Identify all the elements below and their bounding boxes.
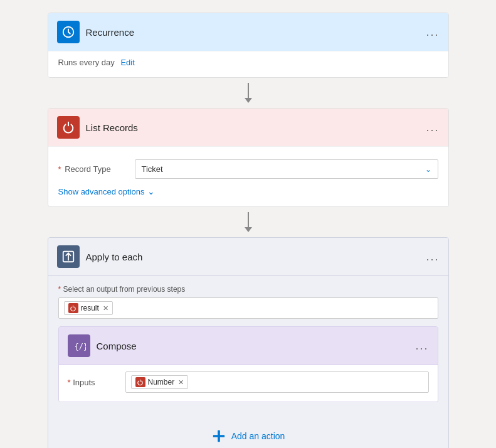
compose-title: Compose xyxy=(97,341,409,351)
number-token-label: Number xyxy=(148,378,175,387)
list-records-header: List Records ... xyxy=(48,109,448,146)
power-icon xyxy=(61,120,75,134)
record-type-row: * Record Type Ticket ⌄ xyxy=(58,159,438,179)
result-token-label: result xyxy=(81,304,99,312)
compose-icon: {/} xyxy=(68,334,90,357)
number-token-icon xyxy=(135,377,145,387)
compose-svg-icon: {/} xyxy=(72,339,86,353)
add-action-label: Add an action xyxy=(231,431,285,441)
add-action-container: Add an action xyxy=(58,412,438,448)
recurrence-icon xyxy=(57,21,80,43)
list-records-card: List Records ... * Record Type Ticket ⌄ … xyxy=(48,108,449,207)
recurrence-header: Recurrence ... xyxy=(48,13,448,51)
compose-body: * Inputs Number ✕ xyxy=(59,365,438,402)
recurrence-card: Recurrence ... Runs every day Edit xyxy=(48,13,449,78)
result-token-close[interactable]: ✕ xyxy=(103,304,108,312)
chevron-advanced-icon: ⌄ xyxy=(147,186,155,196)
compose-header: {/} Compose ... xyxy=(59,327,438,365)
show-advanced-options[interactable]: Show advanced options ⌄ xyxy=(58,186,155,196)
apply-each-body: * Select an output from previous steps r… xyxy=(48,276,448,448)
list-records-body: * Record Type Ticket ⌄ Show advanced opt… xyxy=(48,146,448,206)
record-type-label: * Record Type xyxy=(58,164,127,174)
output-input-box[interactable]: result ✕ xyxy=(58,297,438,319)
flow-container: Recurrence ... Runs every day Edit List … xyxy=(13,13,483,448)
arrow-connector-2 xyxy=(245,207,252,237)
svg-text:{/}: {/} xyxy=(74,342,85,351)
apply-each-title: Apply to each xyxy=(86,252,420,262)
chevron-down-icon: ⌄ xyxy=(425,165,431,174)
add-action-button[interactable]: Add an action xyxy=(199,422,298,448)
list-records-menu[interactable]: ... xyxy=(426,121,439,134)
add-icon xyxy=(212,429,226,443)
number-token: Number ✕ xyxy=(131,375,189,389)
add-action-icon xyxy=(211,429,226,444)
inputs-box[interactable]: Number ✕ xyxy=(125,371,429,393)
arrow-head-2 xyxy=(245,227,252,232)
result-token-icon xyxy=(68,303,78,313)
edit-link[interactable]: Edit xyxy=(120,58,134,67)
svg-rect-5 xyxy=(218,430,220,442)
apply-each-card: Apply to each ... * Select an output fro… xyxy=(48,237,449,448)
runs-every-day-text: Runs every day Edit xyxy=(58,58,438,67)
apply-each-menu[interactable]: ... xyxy=(426,250,439,264)
inputs-label: * Inputs xyxy=(68,378,118,387)
arrow-line-2 xyxy=(248,212,249,227)
record-type-value: Ticket xyxy=(142,164,163,174)
select-output-label: * Select an output from previous steps xyxy=(58,285,438,294)
inputs-row: * Inputs Number ✕ xyxy=(68,371,429,393)
apply-each-icon xyxy=(57,245,80,268)
arrow-head xyxy=(245,98,252,103)
arrow-connector-1 xyxy=(245,78,252,108)
list-records-icon xyxy=(57,116,80,139)
result-token: result ✕ xyxy=(64,301,113,315)
power-number-icon xyxy=(137,379,144,386)
recurrence-body: Runs every day Edit xyxy=(48,51,448,77)
clock-icon xyxy=(61,25,75,39)
record-type-dropdown[interactable]: Ticket ⌄ xyxy=(135,159,438,179)
apply-each-header: Apply to each ... xyxy=(48,238,448,276)
power-small-icon xyxy=(70,305,77,312)
required-marker: * xyxy=(58,164,61,174)
number-token-close[interactable]: ✕ xyxy=(178,378,184,387)
recurrence-title: Recurrence xyxy=(86,27,420,38)
recurrence-menu[interactable]: ... xyxy=(426,26,439,39)
compose-card: {/} Compose ... * Inputs xyxy=(58,326,438,402)
list-records-title: List Records xyxy=(86,122,420,133)
compose-menu[interactable]: ... xyxy=(415,339,428,353)
arrow-line xyxy=(248,83,249,98)
loop-icon xyxy=(61,250,75,264)
